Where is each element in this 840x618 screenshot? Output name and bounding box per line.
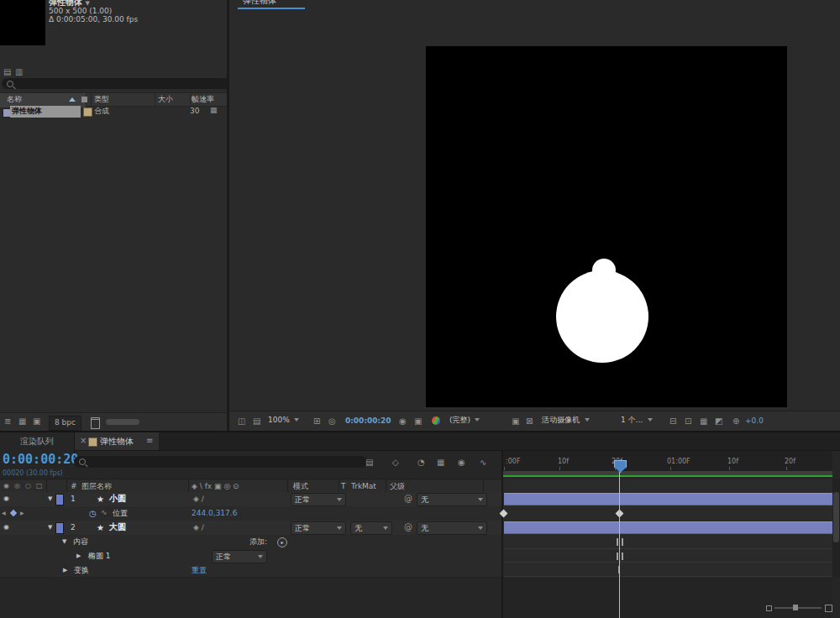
timeline-search-input[interactable] — [74, 456, 367, 468]
blend-mode-select[interactable]: 正常 — [212, 550, 267, 563]
keyframe-prev-icon[interactable]: ◀ — [2, 511, 6, 516]
graph-toggle-icon[interactable]: ∿ — [101, 509, 108, 516]
timeline-zoom-out-icon[interactable] — [766, 605, 772, 611]
frame-blend-icon[interactable]: ▦ — [437, 458, 444, 467]
audio-header-icon[interactable]: ◎ — [14, 483, 20, 490]
layer-duration-bar-2[interactable] — [504, 521, 832, 534]
primary-viewer-icon[interactable]: ▤ — [253, 417, 260, 426]
resolution-select[interactable]: (完整) — [449, 416, 480, 425]
expand-arrow-icon[interactable]: ▼ — [62, 539, 66, 545]
new-folder-icon[interactable]: ▦ — [18, 417, 26, 426]
flowchart-icon[interactable]: ◩ — [715, 417, 722, 426]
ellipse-group-row[interactable]: ▶ 椭圆 1 正常 — [0, 549, 501, 564]
layer-color-chip[interactable] — [55, 522, 64, 534]
timeline-scrollbar[interactable] — [832, 479, 840, 577]
expand-arrow-icon[interactable]: ▼ — [48, 525, 52, 531]
view-layout-select[interactable]: 1 个... — [621, 416, 653, 425]
composition-view[interactable] — [426, 46, 787, 407]
project-row[interactable]: 弹性物体 合成 30 ▦ — [0, 106, 227, 118]
eye-icon[interactable]: ◉ — [3, 495, 9, 502]
hide-shy-icon[interactable]: ◔ — [417, 458, 425, 467]
expand-arrow-icon[interactable]: ▶ — [76, 553, 81, 559]
project-filter-icon[interactable]: ▥ — [15, 68, 23, 76]
parent-select[interactable]: 无 — [417, 521, 487, 535]
keyframe-ibeam[interactable] — [622, 538, 623, 546]
expand-arrow-icon[interactable]: ▶ — [63, 568, 67, 573]
group-label[interactable]: 内容 — [73, 537, 88, 547]
transparency-grid-icon[interactable]: ⊠ — [526, 417, 533, 426]
column-parent[interactable]: 父级 — [390, 482, 405, 491]
timeline-zoom-track[interactable] — [774, 607, 822, 609]
comp-title-caret-icon[interactable]: ▼ — [85, 0, 89, 7]
column-switches[interactable]: ◈ \ fx ▣ ◎ ⊙ — [192, 482, 239, 491]
fast-previews-icon[interactable]: ⊡ — [685, 417, 691, 426]
trkmat-select[interactable]: 无 — [350, 521, 392, 535]
tab-comp-active[interactable]: × 弹性物体 ≡ — [75, 432, 159, 450]
project-list-view-icon[interactable]: ▤ — [3, 68, 11, 76]
keyframe-ibeam[interactable] — [617, 553, 618, 560]
scrollbar-thumb[interactable] — [833, 492, 839, 542]
timeline-track-empty-area[interactable] — [503, 577, 832, 618]
keyframe-add-icon[interactable] — [10, 510, 17, 516]
bpc-toggle[interactable]: 8 bpc — [49, 416, 81, 431]
mask-visibility-icon[interactable]: ◎ — [328, 417, 336, 426]
grid-guides-icon[interactable]: ⊞ — [313, 417, 320, 426]
layer-name[interactable]: 小圆 — [109, 494, 126, 504]
layer-row-2[interactable]: ◉ ▼ 2 ★ 大圆 ◈ ∕ 正常 无 @ 无 — [0, 521, 501, 536]
eye-icon[interactable]: ◉ — [3, 524, 9, 531]
position-property-row[interactable]: ◀ ▶ ◷ ∿ 位置 244.0,317.6 — [0, 506, 501, 521]
trash-icon[interactable] — [91, 417, 100, 429]
stopwatch-icon[interactable]: ◷ — [89, 509, 97, 519]
blend-mode-select[interactable]: 正常 — [291, 521, 346, 535]
expand-arrow-icon[interactable]: ▼ — [48, 496, 52, 502]
timeline-zoom-in-icon[interactable] — [825, 605, 832, 612]
viewer-tab[interactable]: 弹性物体 — [238, 0, 305, 9]
group-label[interactable]: 变换 — [74, 566, 89, 575]
exposure-value[interactable]: +0.0 — [745, 416, 764, 426]
tab-menu-icon[interactable]: ≡ — [146, 436, 153, 446]
transform-group-row[interactable]: ▶ 变换 重置 — [0, 563, 501, 578]
lock-header-icon[interactable]: □ — [36, 483, 43, 490]
graph-editor-icon[interactable]: ∿ — [480, 458, 486, 467]
keyframe-next-icon[interactable]: ▶ — [20, 511, 24, 516]
layer-duration-bar-1[interactable] — [504, 493, 832, 505]
column-layer-name[interactable]: 图层名称 — [81, 482, 112, 491]
layer-switches[interactable]: ◈ ∕ — [193, 495, 204, 504]
tab-close-icon[interactable]: × — [80, 436, 87, 446]
current-timecode[interactable]: 0:00:00:20 — [3, 452, 78, 467]
column-mode[interactable]: 模式 — [293, 482, 308, 491]
pickwhip-icon[interactable]: @ — [404, 495, 412, 503]
snapshot-icon[interactable]: ◉ — [399, 417, 407, 426]
reset-link[interactable]: 重置 — [192, 566, 207, 575]
always-preview-icon[interactable]: ◫ — [238, 417, 245, 426]
camera-select[interactable]: 活动摄像机 — [542, 416, 590, 425]
pixel-aspect-icon[interactable]: ⊟ — [669, 417, 676, 426]
property-label[interactable]: 位置 — [113, 509, 128, 518]
zoom-select[interactable]: 100% — [268, 416, 299, 425]
column-label[interactable] — [79, 93, 92, 106]
keyframe-ibeam[interactable] — [622, 553, 623, 560]
viewer-timecode[interactable]: 0:00:00:20 — [345, 416, 391, 426]
interpret-footage-icon[interactable]: ≣ — [4, 417, 11, 426]
panel-scroll-pill[interactable] — [106, 419, 139, 425]
pickwhip-icon[interactable]: @ — [404, 523, 412, 532]
motion-blur-icon[interactable]: ◉ — [458, 458, 465, 467]
solo-header-icon[interactable]: ○ — [25, 483, 31, 490]
project-search-input[interactable] — [2, 78, 229, 89]
keyframe-ibeam[interactable] — [617, 538, 618, 546]
layer-switches[interactable]: ◈ ∕ — [193, 523, 204, 532]
layer-name[interactable]: 大圆 — [109, 522, 126, 532]
contents-group-row[interactable]: ▼ 内容 添加: ▸ — [0, 535, 501, 550]
video-header-icon[interactable]: ◉ — [3, 483, 9, 490]
comp-thumbnail[interactable] — [0, 0, 45, 45]
show-snapshot-icon[interactable]: ▣ — [414, 417, 422, 426]
exposure-gear-icon[interactable]: ⊕ — [732, 417, 739, 426]
add-button[interactable]: ▸ — [277, 537, 287, 547]
timeline-button-icon[interactable]: ▦ — [700, 417, 707, 426]
channels-icon[interactable] — [432, 416, 440, 425]
column-trkmat[interactable]: TrkMat — [351, 482, 376, 491]
timeline-zoom-handle[interactable] — [793, 605, 798, 610]
column-t[interactable]: T — [341, 482, 346, 491]
layer-row-1[interactable]: ◉ ▼ 1 ★ 小圆 ◈ ∕ 正常 @ 无 — [0, 492, 501, 507]
layer-color-chip[interactable] — [55, 494, 64, 505]
